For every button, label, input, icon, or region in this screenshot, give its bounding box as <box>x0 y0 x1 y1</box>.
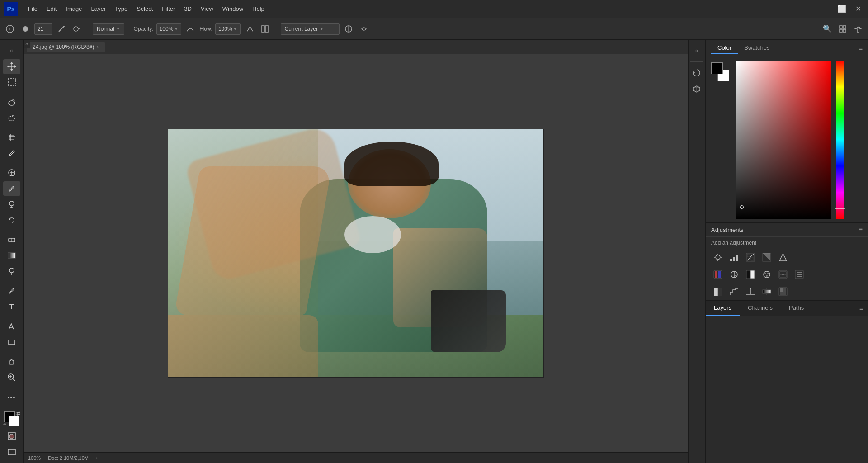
posterize-adj-button[interactable] <box>727 285 741 298</box>
type-tool-button[interactable]: T <box>3 299 20 314</box>
3d-icon[interactable] <box>689 82 704 96</box>
zoom-tool-button[interactable] <box>3 370 20 385</box>
layers-tab[interactable]: Layers <box>706 301 740 316</box>
tab-close-button[interactable]: × <box>97 44 99 50</box>
gradientmap-adj-button[interactable] <box>760 285 774 298</box>
hand-tool-button[interactable] <box>3 354 20 369</box>
bw-adj-button[interactable] <box>744 268 757 281</box>
channels-tab[interactable]: Channels <box>740 301 781 316</box>
photofilter-adj-button[interactable] <box>760 268 774 281</box>
history-icon[interactable] <box>689 66 704 80</box>
clone-stamp-button[interactable] <box>3 197 20 212</box>
menu-help[interactable]: Help <box>248 4 269 14</box>
history-brush-button[interactable] <box>3 213 20 227</box>
colorlookup-adj-button[interactable] <box>793 268 806 281</box>
menu-layer[interactable]: Layer <box>87 4 111 14</box>
menu-window[interactable]: Window <box>218 4 248 14</box>
arrange-icon[interactable] <box>836 23 849 35</box>
canvas-container[interactable] <box>24 54 688 452</box>
collapse-toolbar-button[interactable]: « <box>3 43 20 58</box>
brush-mode-icon[interactable] <box>55 23 68 35</box>
svg-point-15 <box>9 101 15 105</box>
adj-row-1 <box>706 249 868 266</box>
airbrush-icon[interactable] <box>71 23 83 35</box>
move-tool-button[interactable] <box>3 59 20 74</box>
colorbalance-adj-button[interactable] <box>727 268 741 281</box>
symmetry-icon[interactable] <box>259 23 271 35</box>
flow-input[interactable]: 100% ▼ <box>215 23 241 35</box>
channelmixer-adj-button[interactable] <box>776 268 790 281</box>
collapse-panels-left[interactable]: « <box>24 40 30 48</box>
tool-separator-2 <box>5 128 19 128</box>
search-icon[interactable]: 🔍 <box>821 23 834 35</box>
canvas-tab[interactable]: 24.jpg @ 100% (RGB/8#) × <box>27 42 105 52</box>
healing-brush-button[interactable] <box>3 165 20 180</box>
minimize-button[interactable]: ─ <box>819 3 832 15</box>
svg-line-30 <box>13 379 15 381</box>
collapse-right-panel[interactable]: « <box>689 43 704 58</box>
more-tools-button[interactable]: ••• <box>3 390 20 405</box>
brush-tool-button[interactable] <box>3 181 20 196</box>
eyedropper-tool-button[interactable] <box>3 146 20 161</box>
vibrance-adj-button[interactable] <box>776 250 790 264</box>
brush-size-input[interactable]: 21 <box>34 23 52 35</box>
color-panel: Color Swatches ≡ <box>706 40 868 223</box>
huesat-adj-button[interactable] <box>711 268 725 281</box>
color-gradient-picker[interactable] <box>736 61 831 219</box>
lasso-tool-button[interactable] <box>3 94 20 109</box>
close-button[interactable]: ✕ <box>852 3 864 15</box>
menu-filter[interactable]: Filter <box>157 4 179 14</box>
quick-mask-button[interactable] <box>3 429 20 444</box>
gradient-tool-button[interactable] <box>3 248 20 263</box>
shape-tool-button[interactable] <box>3 335 20 350</box>
color-hue-bar[interactable] <box>836 61 844 219</box>
tablet-pressure-icon[interactable] <box>358 23 370 35</box>
tool-preset-icon[interactable]: + <box>4 23 16 35</box>
pen-tool-button[interactable] <box>3 283 20 298</box>
brightness-adj-button[interactable] <box>711 250 725 264</box>
sample-all-icon[interactable] <box>342 23 355 35</box>
background-color[interactable] <box>9 416 19 426</box>
screen-mode-button[interactable] <box>3 444 20 459</box>
crop-tool-button[interactable] <box>3 130 20 145</box>
blend-mode-dropdown[interactable]: Normal ▼ <box>93 23 124 35</box>
marquee-tool-button[interactable] <box>3 75 20 90</box>
layers-panel-menu[interactable]: ≡ <box>855 302 868 315</box>
paths-tab[interactable]: Paths <box>781 301 812 316</box>
curves-adj-button[interactable] <box>744 250 757 264</box>
maximize-button[interactable]: ⬜ <box>835 3 848 15</box>
smoothing-icon[interactable] <box>184 23 197 35</box>
threshold-adj-button[interactable] <box>744 285 757 298</box>
airbrush-toggle[interactable] <box>243 23 256 35</box>
layers-panel: Layers Channels Paths ≡ <box>706 301 868 463</box>
foreground-background-swatch: ⇄ ↩ <box>3 411 20 426</box>
adjustments-menu[interactable]: ≡ <box>859 226 863 234</box>
swap-colors-icon[interactable]: ⇄ <box>16 411 20 416</box>
svg-rect-6 <box>262 26 264 32</box>
menu-image[interactable]: Image <box>61 4 86 14</box>
selectivecolor-adj-button[interactable] <box>776 285 790 298</box>
color-tab[interactable]: Color <box>711 43 738 54</box>
menu-3d[interactable]: 3D <box>179 4 196 14</box>
opacity-input[interactable]: 100% ▼ <box>156 23 182 35</box>
path-selection-button[interactable] <box>3 319 20 334</box>
swatches-tab[interactable]: Swatches <box>738 43 776 54</box>
invert-adj-button[interactable] <box>711 285 725 298</box>
more-info-arrow[interactable]: › <box>96 455 98 461</box>
sample-dropdown[interactable]: Current Layer ▼ <box>281 23 340 35</box>
levels-adj-button[interactable] <box>727 250 741 264</box>
menu-type[interactable]: Type <box>110 4 132 14</box>
reset-colors-icon[interactable]: ↩ <box>3 422 7 426</box>
dodge-tool-button[interactable] <box>3 264 20 279</box>
fg-color-swatch[interactable] <box>711 62 723 74</box>
menu-view[interactable]: View <box>196 4 218 14</box>
exposure-adj-button[interactable] <box>760 250 774 264</box>
menu-edit[interactable]: Edit <box>42 4 61 14</box>
color-panel-menu[interactable]: ≡ <box>859 44 863 52</box>
eraser-tool-button[interactable] <box>3 232 20 247</box>
hue-indicator <box>835 208 845 209</box>
menu-file[interactable]: File <box>24 4 42 14</box>
menu-select[interactable]: Select <box>132 4 157 14</box>
share-icon[interactable] <box>852 23 864 35</box>
magnetic-lasso-button[interactable] <box>3 110 20 125</box>
